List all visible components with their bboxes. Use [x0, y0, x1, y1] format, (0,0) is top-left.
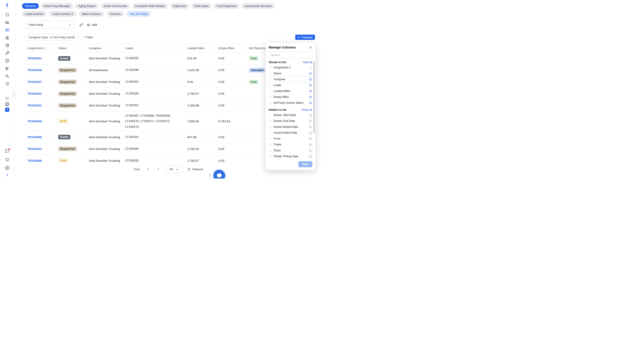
column-item[interactable]: Loads — [269, 82, 312, 88]
visibility-off-icon[interactable] — [309, 149, 312, 152]
chat-icon[interactable] — [3, 147, 11, 155]
workspace-avatar-n[interactable]: N — [5, 102, 9, 106]
sidebar-expand-button[interactable] — [12, 92, 16, 97]
safety-shield-icon[interactable] — [3, 80, 11, 88]
sub-tab[interactable]: Load Invoices 2 — [49, 11, 76, 17]
loader-forklift-icon[interactable] — [3, 64, 11, 72]
assignment-link[interactable]: TR100389 — [28, 159, 42, 162]
column-header[interactable]: Loads — [125, 46, 187, 50]
column-item[interactable]: Sched. End Date — [269, 118, 312, 124]
column-search-input[interactable] — [269, 52, 312, 58]
visibility-on-icon[interactable] — [309, 84, 312, 87]
top-nav-item[interactable]: Fuel Cards — [191, 3, 212, 9]
drag-handle-icon[interactable] — [269, 66, 272, 69]
column-header[interactable]: Assignee — [89, 46, 125, 50]
visibility-off-icon[interactable] — [309, 119, 312, 123]
assignment-link[interactable]: TR100448 — [28, 68, 42, 72]
assignment-link[interactable]: TR100451 — [28, 57, 42, 60]
drag-handle-icon[interactable] — [269, 78, 272, 81]
edit-view-icon[interactable] — [79, 23, 83, 27]
column-item[interactable]: 3rd Party Invoice Status — [269, 100, 312, 106]
sub-tab[interactable]: Mass Invoices — [79, 11, 104, 17]
assignment-link[interactable]: TR100393 — [28, 147, 42, 151]
pagination-prev-icon[interactable] — [146, 167, 150, 172]
visibility-on-icon[interactable] — [309, 95, 312, 99]
visibility-on-icon[interactable] — [309, 101, 312, 105]
drag-handle-icon[interactable] — [269, 90, 272, 93]
top-nav-item[interactable]: Accessorial Services — [242, 3, 274, 9]
column-header[interactable]: Empty Miles — [218, 46, 249, 50]
top-nav-item[interactable]: Aging Report — [75, 3, 98, 9]
maintenance-wrench-icon[interactable] — [3, 49, 11, 57]
drag-handle-icon[interactable] — [269, 125, 272, 128]
assignment-link[interactable]: TR100432 — [28, 104, 42, 107]
drag-handle-icon[interactable] — [269, 84, 272, 87]
sub-tab[interactable]: Invoices — [107, 11, 124, 17]
sub-tab[interactable]: Trip 3rd Party — [126, 11, 150, 17]
column-item[interactable]: Status — [269, 70, 312, 76]
column-item[interactable]: Stops — [269, 147, 312, 153]
column-item[interactable]: Actual Ended Date — [269, 130, 312, 136]
top-nav-item[interactable]: Fuel Expenses — [214, 3, 239, 9]
column-item[interactable]: Sched. Pickup Date — [269, 153, 312, 159]
filter-chip[interactable]: Assignee Type : Is 3rd Party Carrier — [25, 34, 79, 40]
column-item[interactable]: Truck — [269, 136, 312, 142]
settings-gear-icon[interactable] — [3, 164, 11, 172]
drag-handle-icon[interactable] — [269, 114, 272, 117]
save-button[interactable]: Save — [298, 161, 312, 167]
column-header[interactable]: Status — [58, 46, 89, 50]
view-dropdown[interactable]: Third Party — [25, 21, 74, 29]
column-item[interactable]: Actual Started Date — [269, 124, 312, 130]
add-filter-button[interactable]: + Filter — [84, 35, 93, 39]
loads-icon[interactable] — [3, 34, 11, 41]
automation-gears-icon[interactable] — [3, 72, 11, 80]
drag-handle-icon[interactable] — [269, 131, 272, 134]
visibility-on-icon[interactable] — [309, 66, 312, 69]
assistant-icon[interactable] — [3, 156, 11, 163]
add-view-button[interactable]: Add — [86, 23, 97, 27]
visibility-on-icon[interactable] — [309, 72, 312, 75]
top-nav-item[interactable]: Chart of Accounts — [101, 3, 130, 9]
home-icon[interactable] — [3, 11, 11, 18]
top-nav-item[interactable]: Driver Pay Manager — [41, 3, 73, 9]
reports-pie-icon[interactable] — [3, 41, 11, 49]
column-item[interactable]: Sched. Start Date — [269, 112, 312, 118]
assignment-link[interactable]: TR100447 — [28, 80, 42, 84]
drag-handle-icon[interactable] — [269, 137, 272, 140]
refresh-button[interactable]: Refresh — [187, 168, 203, 171]
top-nav-item[interactable]: Customer Rate Sheets — [132, 3, 168, 9]
drag-handle-icon[interactable] — [269, 120, 272, 123]
visibility-on-icon[interactable] — [309, 89, 312, 93]
drag-handle-icon[interactable] — [269, 149, 272, 152]
workspace-avatar-t[interactable]: T — [5, 108, 9, 112]
column-header[interactable]: Assignment # — [25, 46, 58, 50]
top-nav-item[interactable]: Expenses — [170, 3, 189, 9]
drag-handle-icon[interactable] — [269, 143, 272, 146]
show-all-link[interactable]: Show all — [302, 108, 312, 111]
visibility-off-icon[interactable] — [309, 143, 312, 146]
column-item[interactable]: Assignee — [268, 76, 313, 82]
visibility-off-icon[interactable] — [309, 131, 312, 135]
add-workspace-button[interactable]: + — [5, 96, 9, 101]
column-item[interactable]: Assignment # — [269, 64, 312, 70]
assignment-link[interactable]: TR100396 — [28, 135, 42, 139]
column-item[interactable]: Trailer — [269, 142, 312, 147]
pagination-first-button[interactable]: First — [134, 168, 140, 171]
visibility-off-icon[interactable] — [309, 113, 312, 117]
columns-button[interactable]: Columns — [295, 35, 315, 40]
sub-tab[interactable]: Load Invoices — [22, 11, 46, 17]
column-item[interactable]: Loaded Miles — [269, 88, 312, 94]
column-header[interactable]: Loaded Miles — [187, 46, 218, 50]
visibility-off-icon[interactable] — [309, 137, 312, 140]
fleet-truck-icon[interactable] — [3, 18, 11, 26]
invoices-icon[interactable] — [3, 26, 11, 34]
close-icon[interactable] — [308, 45, 312, 49]
drag-handle-icon[interactable] — [269, 96, 272, 98]
drag-handle-icon[interactable] — [269, 155, 272, 158]
shipments-package-icon[interactable] — [3, 57, 11, 64]
page-size-select[interactable]: 25 — [166, 166, 181, 173]
drag-handle-icon[interactable] — [269, 101, 272, 104]
visibility-off-icon[interactable] — [309, 155, 312, 158]
panel-scrollbar[interactable] — [314, 62, 315, 133]
visibility-off-icon[interactable] — [309, 125, 312, 129]
